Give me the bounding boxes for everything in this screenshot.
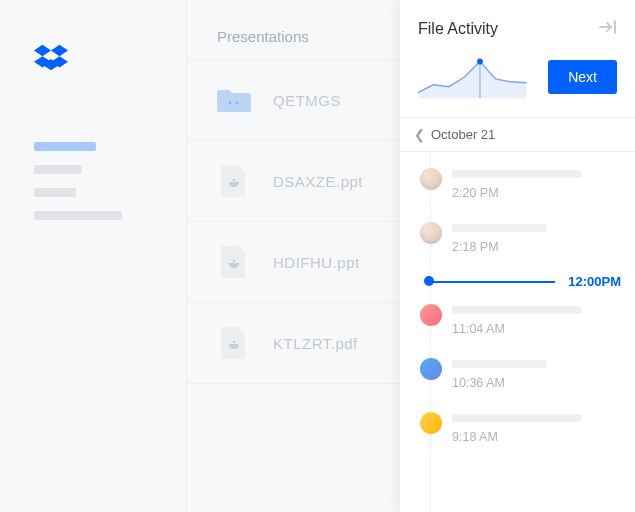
activity-item[interactable]: 10:36 AM	[400, 348, 635, 402]
file-row[interactable]: KTLZRT.pdf	[187, 303, 400, 384]
time-slider[interactable]: 12:00PM	[400, 270, 635, 292]
activity-time: 2:18 PM	[452, 240, 619, 254]
activity-time: 10:36 AM	[452, 376, 619, 390]
activity-item[interactable]: 2:18 PM	[400, 212, 635, 266]
activity-text-placeholder	[452, 306, 582, 314]
panel-title: File Activity	[418, 20, 498, 38]
svg-point-5	[229, 102, 232, 105]
file-list: Presentations QETMGSDSAXZE.pptHDIFHU.ppt…	[186, 0, 400, 512]
nav-item-active[interactable]	[34, 142, 96, 151]
chevron-left-icon[interactable]: ❮	[414, 127, 425, 142]
activity-text-placeholder	[452, 414, 582, 422]
file-icon	[217, 248, 251, 276]
file-row[interactable]: HDIFHU.ppt	[187, 222, 400, 303]
nav-item[interactable]	[34, 188, 76, 197]
sidebar	[0, 0, 186, 512]
file-name: KTLZRT.pdf	[273, 335, 358, 352]
file-name: QETMGS	[273, 92, 341, 109]
avatar	[420, 412, 442, 434]
activity-item[interactable]: 2:20 PM	[400, 158, 635, 212]
file-row[interactable]: QETMGS	[187, 59, 400, 141]
dropbox-logo-icon[interactable]	[34, 44, 152, 78]
nav-placeholder	[34, 142, 152, 220]
file-icon	[217, 329, 251, 357]
avatar	[420, 222, 442, 244]
activity-item[interactable]: 9:18 AM	[400, 402, 635, 456]
slider-track	[428, 281, 555, 283]
date-label: October 21	[431, 127, 495, 142]
nav-item[interactable]	[34, 211, 122, 220]
svg-point-8	[233, 260, 236, 263]
activity-text-placeholder	[452, 170, 582, 178]
slider-knob[interactable]	[424, 276, 434, 286]
svg-point-13	[477, 59, 483, 65]
activity-item[interactable]: 11:04 AM	[400, 294, 635, 348]
avatar	[420, 168, 442, 190]
svg-marker-1	[51, 45, 68, 56]
date-selector[interactable]: ❮ October 21	[400, 117, 635, 152]
svg-point-6	[236, 102, 239, 105]
activity-timeline: 2:20 PM2:18 PM12:00PM11:04 AM10:36 AM9:1…	[400, 152, 635, 512]
activity-text-placeholder	[452, 224, 547, 232]
folder-icon	[217, 86, 251, 114]
file-row[interactable]: DSAXZE.ppt	[187, 141, 400, 222]
file-name: DSAXZE.ppt	[273, 173, 363, 190]
expand-icon[interactable]	[599, 18, 617, 39]
activity-time: 2:20 PM	[452, 186, 619, 200]
file-icon	[217, 167, 251, 195]
activity-text-placeholder	[452, 360, 547, 368]
file-name: HDIFHU.ppt	[273, 254, 360, 271]
activity-time: 9:18 AM	[452, 430, 619, 444]
activity-time: 11:04 AM	[452, 322, 619, 336]
avatar	[420, 304, 442, 326]
activity-sparkline	[418, 55, 534, 99]
next-button[interactable]: Next	[548, 60, 617, 94]
avatar	[420, 358, 442, 380]
slider-time-label: 12:00PM	[568, 274, 621, 289]
svg-point-9	[233, 341, 236, 344]
svg-marker-0	[34, 45, 51, 56]
file-list-heading: Presentations	[187, 28, 400, 59]
svg-point-7	[233, 179, 236, 182]
file-activity-panel: File Activity Next ❮ October 21 2:20 PM2…	[400, 0, 635, 512]
nav-item[interactable]	[34, 165, 82, 174]
